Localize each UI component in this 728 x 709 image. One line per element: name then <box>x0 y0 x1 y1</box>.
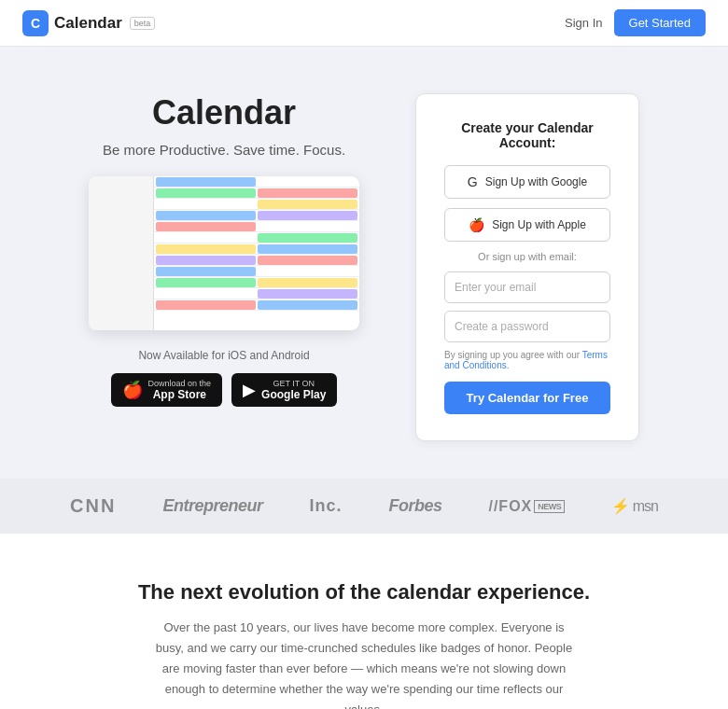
nav-right: Sign In Get Started <box>565 9 706 36</box>
available-text: Now Available for iOS and Android <box>89 349 359 362</box>
google-icon: G <box>468 174 478 189</box>
password-field[interactable] <box>444 311 610 342</box>
email-field[interactable] <box>444 271 610 303</box>
logo-inc: Inc. <box>309 496 342 516</box>
google-signup-button[interactable]: G Sign Up with Google <box>444 165 610 199</box>
hero-subtitle: Be more Productive. Save time. Focus. <box>89 142 359 158</box>
terms-text: By signing up you agree with our Terms a… <box>444 350 610 370</box>
appstore-sub: Download on the <box>148 379 212 388</box>
logo-entrepreneur: Entrepreneur <box>162 496 262 516</box>
apple-signup-button[interactable]: 🍎 Sign Up with Apple <box>444 208 610 242</box>
signup-card: Create your Calendar Account: G Sign Up … <box>415 93 639 441</box>
app-stores: 🍎 Download on the App Store ▶ GET IT ON … <box>89 373 359 407</box>
logo-text: Calendar <box>54 14 122 33</box>
cal-sidebar <box>89 176 154 330</box>
logo-forbes: Forbes <box>388 496 441 516</box>
email-divider: Or sign up with email: <box>444 251 610 262</box>
logo-foxnews: //FOX NEWS <box>488 498 565 515</box>
evolution-section: The next evolution of the calendar exper… <box>0 534 728 709</box>
hero-left: Calendar Be more Productive. Save time. … <box>89 93 359 407</box>
apple-icon-form: 🍎 <box>469 217 484 232</box>
logo-cnn: CNN <box>70 495 116 517</box>
google-signup-label: Sign Up with Google <box>485 175 587 188</box>
hero-title: Calendar <box>89 93 359 132</box>
signup-title: Create your Calendar Account: <box>444 120 610 150</box>
logo: C Calendar beta <box>22 10 155 36</box>
logos-band: CNN Entrepreneur Inc. Forbes //FOX NEWS … <box>0 479 728 534</box>
signin-link[interactable]: Sign In <box>565 16 602 30</box>
googleplay-button[interactable]: ▶ GET IT ON Google Play <box>231 373 337 407</box>
beta-badge: beta <box>130 17 156 30</box>
appstore-text: Download on the App Store <box>148 379 212 401</box>
get-started-button[interactable]: Get Started <box>614 9 706 36</box>
googleplay-text: GET IT ON Google Play <box>261 379 326 401</box>
logo-msn: ⚡ msn <box>611 496 658 516</box>
hero-section: Calendar Be more Productive. Save time. … <box>0 47 728 479</box>
cal-main <box>154 176 359 330</box>
appstore-button[interactable]: 🍎 Download on the App Store <box>111 373 223 407</box>
googleplay-icon: ▶ <box>243 380 256 400</box>
evolution-title: The next evolution of the calendar exper… <box>37 580 691 605</box>
logo-icon: C <box>22 10 49 36</box>
navbar: C Calendar beta Sign In Get Started <box>0 0 728 47</box>
apple-icon: 🍎 <box>122 380 143 400</box>
hero-screenshot <box>89 176 359 330</box>
try-button[interactable]: Try Calendar for Free <box>444 382 610 414</box>
apple-signup-label: Sign Up with Apple <box>492 218 586 231</box>
evolution-body: Over the past 10 years, our lives have b… <box>149 618 579 709</box>
appstore-name: App Store <box>148 388 212 401</box>
googleplay-name: Google Play <box>261 388 326 401</box>
googleplay-sub: GET IT ON <box>261 379 326 388</box>
